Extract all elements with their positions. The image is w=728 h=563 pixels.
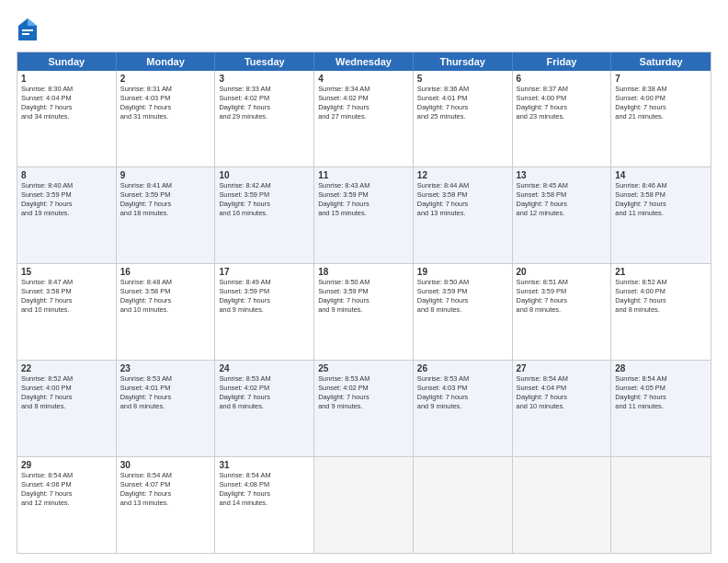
cell-info-line: Daylight: 7 hours — [517, 296, 608, 305]
day-number: 25 — [318, 363, 409, 373]
calendar-row-4: 29Sunrise: 8:54 AMSunset: 4:06 PMDayligh… — [17, 457, 711, 553]
cell-info-line: and 12 minutes. — [21, 499, 112, 508]
calendar-cell: 2Sunrise: 8:31 AMSunset: 4:03 PMDaylight… — [117, 71, 216, 167]
day-header-wednesday: Wednesday — [314, 52, 414, 71]
cell-info-line: Sunset: 4:01 PM — [417, 94, 508, 103]
cell-info-line: Sunset: 4:08 PM — [219, 480, 310, 489]
cell-info-line: Daylight: 7 hours — [219, 200, 310, 209]
calendar-cell: 29Sunrise: 8:54 AMSunset: 4:06 PMDayligh… — [17, 457, 117, 553]
day-number: 20 — [517, 267, 608, 277]
day-number: 28 — [615, 363, 707, 373]
calendar-cell: 13Sunrise: 8:45 AMSunset: 3:58 PMDayligh… — [513, 167, 612, 263]
cell-info-line: Sunrise: 8:47 AM — [21, 278, 112, 287]
cell-info-line: and 9 minutes. — [417, 402, 508, 411]
cell-info-line: Sunset: 4:06 PM — [21, 480, 112, 489]
cell-info-line: Sunset: 4:00 PM — [615, 287, 707, 296]
day-header-thursday: Thursday — [414, 52, 513, 71]
day-number: 29 — [21, 460, 112, 470]
calendar-cell — [414, 457, 513, 553]
cell-info-line: and 13 minutes. — [417, 209, 508, 218]
cell-info-line: Sunrise: 8:54 AM — [615, 374, 707, 384]
cell-info-line: Sunrise: 8:53 AM — [120, 374, 211, 384]
cell-info-line: Sunrise: 8:40 AM — [21, 181, 112, 190]
calendar-cell: 10Sunrise: 8:42 AMSunset: 3:59 PMDayligh… — [215, 167, 314, 263]
cell-info-line: and 10 minutes. — [21, 305, 112, 315]
cell-info-line: Daylight: 7 hours — [21, 200, 112, 209]
day-number: 24 — [219, 363, 310, 373]
cell-info-line: Daylight: 7 hours — [120, 200, 211, 209]
cell-info-line: Daylight: 7 hours — [120, 296, 211, 305]
day-number: 10 — [219, 170, 310, 180]
cell-info-line: Sunrise: 8:53 AM — [219, 374, 310, 384]
day-number: 2 — [120, 74, 211, 84]
cell-info-line: and 11 minutes. — [615, 402, 707, 411]
cell-info-line: Sunset: 4:03 PM — [120, 94, 211, 103]
calendar-cell: 25Sunrise: 8:53 AMSunset: 4:02 PMDayligh… — [314, 361, 414, 456]
cell-info-line: Sunset: 3:59 PM — [318, 190, 409, 200]
cell-info-line: Sunrise: 8:50 AM — [417, 278, 508, 287]
cell-info-line: Sunset: 4:01 PM — [120, 384, 211, 393]
cell-info-line: Sunset: 3:58 PM — [21, 287, 112, 296]
calendar-cell: 20Sunrise: 8:51 AMSunset: 3:59 PMDayligh… — [513, 264, 612, 360]
cell-info-line: Sunrise: 8:48 AM — [120, 278, 211, 287]
day-number: 11 — [318, 170, 409, 180]
day-number: 4 — [318, 74, 409, 84]
cell-info-line: Daylight: 7 hours — [21, 489, 112, 499]
cell-info-line: Daylight: 7 hours — [120, 103, 211, 112]
cell-info-line: Daylight: 7 hours — [615, 200, 707, 209]
cell-info-line: Sunrise: 8:33 AM — [219, 85, 310, 94]
cell-info-line: Sunrise: 8:36 AM — [417, 85, 508, 94]
calendar-cell: 21Sunrise: 8:52 AMSunset: 4:00 PMDayligh… — [611, 264, 711, 360]
day-number: 27 — [517, 363, 608, 373]
cell-info-line: Sunset: 4:00 PM — [615, 94, 707, 103]
calendar-cell: 16Sunrise: 8:48 AMSunset: 3:58 PMDayligh… — [117, 264, 216, 360]
cell-info-line: and 9 minutes. — [219, 305, 310, 315]
cell-info-line: Sunrise: 8:42 AM — [219, 181, 310, 190]
cell-info-line: Sunrise: 8:38 AM — [615, 85, 707, 94]
day-header-sunday: Sunday — [17, 52, 117, 71]
calendar-cell: 24Sunrise: 8:53 AMSunset: 4:02 PMDayligh… — [215, 361, 314, 456]
cell-info-line: and 34 minutes. — [21, 112, 112, 121]
cell-info-line: Sunrise: 8:41 AM — [120, 181, 211, 190]
cell-info-line: and 11 minutes. — [615, 209, 707, 218]
day-header-monday: Monday — [117, 52, 216, 71]
page: SundayMondayTuesdayWednesdayThursdayFrid… — [0, 0, 728, 563]
cell-info-line: Sunset: 4:02 PM — [219, 94, 310, 103]
cell-info-line: Daylight: 7 hours — [318, 103, 409, 112]
cell-info-line: Sunset: 3:58 PM — [615, 190, 707, 200]
calendar-cell: 19Sunrise: 8:50 AMSunset: 3:59 PMDayligh… — [414, 264, 513, 360]
day-number: 18 — [318, 267, 409, 277]
cell-info-line: Sunset: 3:59 PM — [517, 287, 608, 296]
cell-info-line: and 8 minutes. — [219, 402, 310, 411]
cell-info-line: Sunset: 4:05 PM — [615, 384, 707, 393]
cell-info-line: Sunrise: 8:37 AM — [517, 85, 608, 94]
day-header-friday: Friday — [513, 52, 612, 71]
cell-info-line: and 19 minutes. — [21, 209, 112, 218]
cell-info-line: Sunset: 4:07 PM — [120, 480, 211, 489]
cell-info-line: Daylight: 7 hours — [21, 393, 112, 402]
cell-info-line: Sunrise: 8:54 AM — [21, 471, 112, 480]
calendar-row-2: 15Sunrise: 8:47 AMSunset: 3:58 PMDayligh… — [17, 264, 711, 361]
cell-info-line: Sunset: 4:02 PM — [318, 94, 409, 103]
cell-info-line: and 25 minutes. — [417, 112, 508, 121]
cell-info-line: Daylight: 7 hours — [219, 393, 310, 402]
cell-info-line: Sunrise: 8:52 AM — [21, 374, 112, 384]
cell-info-line: Daylight: 7 hours — [120, 489, 211, 499]
calendar: SundayMondayTuesdayWednesdayThursdayFrid… — [17, 52, 711, 554]
calendar-cell: 7Sunrise: 8:38 AMSunset: 4:00 PMDaylight… — [611, 71, 711, 167]
cell-info-line: Sunset: 4:00 PM — [517, 94, 608, 103]
calendar-cell: 22Sunrise: 8:52 AMSunset: 4:00 PMDayligh… — [17, 361, 117, 456]
cell-info-line: Sunrise: 8:50 AM — [318, 278, 409, 287]
day-number: 21 — [615, 267, 707, 277]
calendar-cell: 26Sunrise: 8:53 AMSunset: 4:03 PMDayligh… — [414, 361, 513, 456]
cell-info-line: Daylight: 7 hours — [318, 393, 409, 402]
day-number: 14 — [615, 170, 707, 180]
cell-info-line: and 16 minutes. — [219, 209, 310, 218]
cell-info-line: and 12 minutes. — [517, 209, 608, 218]
cell-info-line: Sunset: 3:59 PM — [219, 287, 310, 296]
cell-info-line: Sunrise: 8:43 AM — [318, 181, 409, 190]
cell-info-line: Sunset: 3:59 PM — [417, 287, 508, 296]
cell-info-line: Sunrise: 8:34 AM — [318, 85, 409, 94]
cell-info-line: Sunset: 4:00 PM — [21, 384, 112, 393]
calendar-cell: 3Sunrise: 8:33 AMSunset: 4:02 PMDaylight… — [215, 71, 314, 167]
